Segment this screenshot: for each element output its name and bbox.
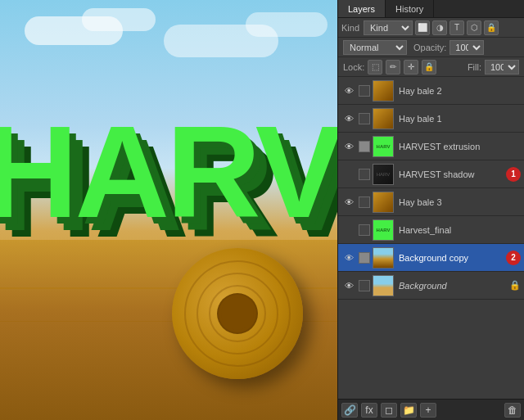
lock-move-icon[interactable]: ✛ bbox=[404, 60, 418, 75]
layer-eye-8[interactable]: 👁 bbox=[341, 278, 356, 293]
layer-eye-7[interactable]: 👁 bbox=[341, 251, 356, 265]
layer-item-2[interactable]: 👁Hay bale 1 bbox=[338, 105, 524, 133]
layer-checkbox-1[interactable] bbox=[359, 85, 370, 97]
layer-name-5: Hay bale 3 bbox=[399, 197, 521, 207]
layer-name-3: HARVEST extrusion bbox=[399, 142, 521, 151]
layer-thumb-2 bbox=[373, 108, 394, 129]
layer-item-3[interactable]: 👁HARVHARVEST extrusion bbox=[338, 133, 524, 160]
new-group-button[interactable]: 📁 bbox=[400, 403, 417, 418]
layer-name-8: Background bbox=[399, 281, 508, 291]
filter-smart-icon[interactable]: 🔒 bbox=[484, 20, 499, 35]
filter-pixel-icon[interactable]: ⬜ bbox=[415, 20, 430, 35]
add-mask-button[interactable]: ◻ bbox=[381, 403, 397, 418]
layer-badge-4: 1 bbox=[506, 167, 521, 182]
kind-select[interactable]: Kind bbox=[364, 20, 413, 35]
layers-list: 👁Hay bale 2👁Hay bale 1👁HARVHARVEST extru… bbox=[338, 77, 524, 399]
harvest-text: HARV bbox=[0, 106, 337, 237]
filter-type-icon[interactable]: T bbox=[449, 20, 464, 35]
kind-label: Kind bbox=[341, 23, 359, 33]
layer-name-2: Hay bale 1 bbox=[399, 114, 521, 124]
layer-checkbox-7[interactable] bbox=[359, 252, 370, 264]
layer-name-7: Background copy bbox=[399, 253, 504, 263]
layer-item-6[interactable]: HARVHarvest_final bbox=[338, 216, 524, 244]
fill-select[interactable]: 100% bbox=[485, 60, 519, 75]
panel-bottom-toolbar: 🔗 fx ◻ 📁 + 🗑 bbox=[338, 399, 524, 420]
layer-item-4[interactable]: HARVHARVEST shadow1 bbox=[338, 160, 524, 188]
opacity-select[interactable]: 100% bbox=[449, 40, 484, 55]
hay-bale-main bbox=[172, 248, 303, 379]
layer-eye-6[interactable] bbox=[341, 223, 356, 237]
layer-eye-5[interactable]: 👁 bbox=[341, 195, 356, 210]
layer-checkbox-2[interactable] bbox=[359, 113, 370, 124]
layer-name-6: Harvest_final bbox=[399, 225, 521, 235]
blend-mode-select[interactable]: Normal Multiply Screen bbox=[343, 40, 407, 55]
layer-checkbox-8[interactable] bbox=[359, 280, 370, 291]
lock-label: Lock: bbox=[343, 62, 364, 72]
cloud-2 bbox=[82, 8, 156, 31]
lock-paint-icon[interactable]: ✏ bbox=[386, 60, 400, 75]
layer-thumb-3: HARV bbox=[373, 136, 394, 157]
layer-thumb-6: HARV bbox=[373, 219, 394, 241]
filter-adjust-icon[interactable]: ◑ bbox=[432, 20, 447, 35]
layer-eye-3[interactable]: 👁 bbox=[341, 139, 356, 154]
fill-label: Fill: bbox=[468, 62, 481, 72]
tab-layers[interactable]: Layers bbox=[338, 0, 386, 17]
layer-item-5[interactable]: 👁Hay bale 3 bbox=[338, 188, 524, 216]
blend-row: Normal Multiply Screen Opacity: 100% bbox=[338, 38, 524, 57]
layer-name-4: HARVEST shadow bbox=[399, 169, 504, 179]
layer-badge-7: 2 bbox=[506, 251, 521, 265]
canvas: HARV bbox=[0, 0, 337, 420]
lock-transparent-icon[interactable]: ⬚ bbox=[368, 60, 382, 75]
panel-tabs: Layers History bbox=[338, 0, 524, 18]
layer-thumb-8 bbox=[373, 275, 394, 296]
layers-panel: Layers History Kind Kind ⬜ ◑ T ⬡ 🔒 Norma… bbox=[337, 0, 524, 420]
lock-all-icon[interactable]: 🔒 bbox=[422, 60, 436, 75]
delete-layer-button[interactable]: 🗑 bbox=[504, 403, 521, 418]
link-layers-button[interactable]: 🔗 bbox=[341, 403, 358, 418]
new-layer-button[interactable]: + bbox=[420, 403, 436, 418]
layer-checkbox-4[interactable] bbox=[359, 169, 370, 180]
layer-checkbox-6[interactable] bbox=[359, 224, 370, 236]
layer-eye-1[interactable]: 👁 bbox=[341, 84, 356, 98]
tab-history[interactable]: History bbox=[386, 0, 434, 17]
lock-row: Lock: ⬚ ✏ ✛ 🔒 Fill: 100% bbox=[338, 57, 524, 77]
layer-eye-4[interactable] bbox=[341, 167, 356, 182]
layer-thumb-4: HARV bbox=[373, 164, 394, 185]
layer-item-1[interactable]: 👁Hay bale 2 bbox=[338, 77, 524, 105]
add-style-button[interactable]: fx bbox=[361, 403, 377, 418]
layer-eye-2[interactable]: 👁 bbox=[341, 111, 356, 126]
layer-item-7[interactable]: 👁Background copy2 bbox=[338, 244, 524, 272]
layer-name-1: Hay bale 2 bbox=[399, 86, 521, 96]
layer-thumb-7 bbox=[373, 247, 394, 269]
kind-row: Kind Kind ⬜ ◑ T ⬡ 🔒 bbox=[338, 18, 524, 38]
layer-checkbox-3[interactable] bbox=[359, 141, 370, 152]
layer-checkbox-5[interactable] bbox=[359, 196, 370, 208]
layer-thumb-5 bbox=[373, 192, 394, 213]
opacity-label: Opacity: bbox=[413, 43, 446, 52]
layer-item-8[interactable]: 👁Background🔒 bbox=[338, 272, 524, 300]
layer-thumb-1 bbox=[373, 80, 394, 102]
cloud-4 bbox=[246, 12, 328, 37]
layer-lock-icon-8: 🔒 bbox=[509, 280, 521, 291]
filter-shape-icon[interactable]: ⬡ bbox=[467, 20, 481, 35]
